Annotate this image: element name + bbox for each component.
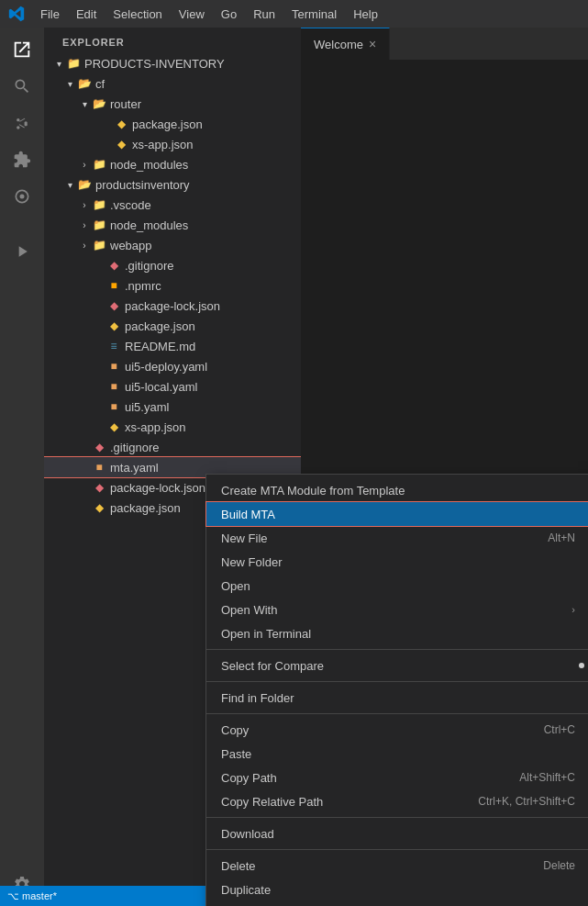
item-label-router: router	[110, 97, 141, 111]
git-file-icon: ◆	[106, 258, 121, 273]
ctx-separator-5	[206, 849, 588, 850]
tree-item-xs-app-json[interactable]: ◆ xs-app.json	[44, 134, 301, 154]
chevron-right-icon: ›	[77, 238, 92, 252]
git-file-icon: ◆	[92, 440, 106, 454]
menu-edit[interactable]: Edit	[69, 6, 104, 23]
ctx-create-mta-module[interactable]: Create MTA Module from Template	[206, 478, 588, 502]
tree-item-readme[interactable]: ≡ README.md	[44, 336, 301, 356]
yaml-file-icon: ■	[92, 460, 106, 475]
ctx-new-file[interactable]: New File Alt+N	[206, 526, 588, 550]
ctx-delete[interactable]: Delete Delete	[206, 854, 588, 878]
close-icon[interactable]: ×	[369, 37, 376, 51]
status-text: ⌥ master*	[7, 890, 57, 902]
source-control-activity-icon[interactable]	[7, 108, 37, 138]
ctx-label-build-mta: Build MTA	[221, 508, 275, 521]
folder-icon: 📁	[92, 157, 106, 172]
ctx-duplicate[interactable]: Duplicate	[206, 878, 588, 901]
item-label-vscode: .vscode	[110, 198, 151, 212]
ctx-separator-3	[206, 713, 588, 714]
ctx-separator-2	[206, 681, 588, 682]
item-label-npmrc: .npmrc	[125, 279, 161, 293]
chevron-down-icon: ▾	[51, 56, 66, 71]
lock-file-icon: ◆	[92, 480, 106, 495]
ctx-label-copy-path: Copy Path	[221, 771, 277, 785]
explorer-activity-icon[interactable]	[7, 35, 37, 64]
ctx-label-download: Download	[221, 827, 274, 841]
ctx-rename[interactable]: Rename F2	[206, 901, 588, 906]
ctx-label-copy-rel-path: Copy Relative Path	[221, 795, 323, 809]
menu-run[interactable]: Run	[246, 6, 283, 23]
tree-root[interactable]: ▾ 📁 PRODUCTS-INVENTORY	[44, 53, 301, 73]
ctx-label-open-with: Open With	[221, 603, 277, 617]
item-label-readme: README.md	[125, 340, 195, 353]
menu-file[interactable]: File	[33, 6, 67, 23]
ctx-select-compare[interactable]: Select for Compare	[206, 654, 588, 677]
folder-icon: 📂	[77, 177, 92, 192]
tree-item-package-json-pi[interactable]: ◆ package.json	[44, 316, 301, 336]
root-label: PRODUCTS-INVENTORY	[84, 57, 225, 71]
item-label-mta-yaml: mta.yaml	[110, 461, 159, 475]
ctx-paste[interactable]: Paste	[206, 742, 588, 766]
folder-icon: 📁	[92, 197, 106, 212]
lock-file-icon: ◆	[106, 298, 121, 313]
ctx-find-in-folder[interactable]: Find in Folder	[206, 686, 588, 710]
item-label-package-json-root: package.json	[110, 501, 181, 515]
menu-go[interactable]: Go	[214, 6, 244, 23]
run-activity-icon[interactable]	[7, 237, 37, 266]
menu-view[interactable]: View	[172, 6, 212, 23]
ctx-label-open: Open	[221, 579, 250, 593]
json-file-icon: ◆	[106, 419, 121, 434]
ctx-copy-relative-path[interactable]: Copy Relative Path Ctrl+K, Ctrl+Shift+C	[206, 789, 588, 813]
ctx-label-paste: Paste	[221, 747, 251, 761]
folder-icon: 📁	[92, 218, 106, 232]
ctx-copy-path[interactable]: Copy Path Alt+Shift+C	[206, 766, 588, 789]
tree-item-cf[interactable]: ▾ 📂 cf	[44, 73, 301, 94]
tree-item-router[interactable]: ▾ 📂 router	[44, 94, 301, 114]
extensions-activity-icon[interactable]	[7, 145, 37, 174]
tree-item-xs-app-pi[interactable]: ◆ xs-app.json	[44, 417, 301, 437]
menu-bar: File Edit Selection View Go Run Terminal…	[0, 0, 588, 28]
activity-bar	[0, 28, 44, 906]
search-activity-icon[interactable]	[7, 72, 37, 101]
tree-item-webapp[interactable]: › 📁 webapp	[44, 235, 301, 255]
tree-item-ui5-local[interactable]: ■ ui5-local.yaml	[44, 376, 301, 397]
chevron-right-icon: ›	[77, 218, 92, 232]
menu-selection[interactable]: Selection	[105, 6, 169, 23]
tree-item-node-modules-cf[interactable]: › 📁 node_modules	[44, 154, 301, 174]
tree-item-gitignore[interactable]: ◆ .gitignore	[44, 255, 301, 275]
item-label-node-modules-pi: node_modules	[110, 218, 188, 232]
ctx-copy[interactable]: Copy Ctrl+C	[206, 718, 588, 742]
item-label-gitignore-root: .gitignore	[110, 441, 159, 454]
tab-welcome-label: Welcome	[314, 38, 363, 51]
ctx-open[interactable]: Open	[206, 574, 588, 598]
tab-welcome[interactable]: Welcome ×	[301, 28, 390, 60]
chevron-down-icon: ▾	[77, 96, 92, 111]
ctx-shortcut-delete: Delete	[543, 859, 575, 872]
menu-help[interactable]: Help	[346, 6, 385, 23]
tree-item-npmrc[interactable]: ■ .npmrc	[44, 275, 301, 296]
ctx-new-folder[interactable]: New Folder	[206, 550, 588, 574]
ctx-shortcut-copy-rel: Ctrl+K, Ctrl+Shift+C	[478, 795, 575, 808]
tree-item-package-lock-pi[interactable]: ◆ package-lock.json	[44, 296, 301, 316]
item-label-node-modules: node_modules	[110, 158, 188, 172]
submenu-arrow-icon: ›	[571, 604, 575, 615]
menu-terminal[interactable]: Terminal	[284, 6, 344, 23]
yaml-file-icon: ■	[106, 359, 121, 374]
tree-item-gitignore-root[interactable]: ◆ .gitignore	[44, 437, 301, 457]
tree-item-productsinventory[interactable]: ▾ 📂 productsinventory	[44, 174, 301, 195]
ctx-label-find-folder: Find in Folder	[221, 691, 294, 705]
tree-item-package-json-router[interactable]: ◆ package.json	[44, 114, 301, 134]
ctx-open-with[interactable]: Open With ›	[206, 598, 588, 621]
tree-item-ui5-yaml[interactable]: ■ ui5.yaml	[44, 397, 301, 417]
md-file-icon: ≡	[106, 339, 121, 353]
item-label-pkg-router: package.json	[132, 117, 203, 131]
json-file-icon: ◆	[92, 500, 106, 515]
tree-item-ui5-deploy[interactable]: ■ ui5-deploy.yaml	[44, 356, 301, 376]
ctx-build-mta[interactable]: Build MTA	[206, 502, 588, 526]
tree-item-node-modules-pi[interactable]: › 📁 node_modules	[44, 215, 301, 235]
ctx-download[interactable]: Download	[206, 822, 588, 845]
tree-item-vscode[interactable]: › 📁 .vscode	[44, 195, 301, 215]
ctx-open-in-terminal[interactable]: Open in Terminal	[206, 621, 588, 645]
ctx-label-duplicate: Duplicate	[221, 883, 271, 897]
remote-activity-icon[interactable]	[7, 182, 37, 211]
